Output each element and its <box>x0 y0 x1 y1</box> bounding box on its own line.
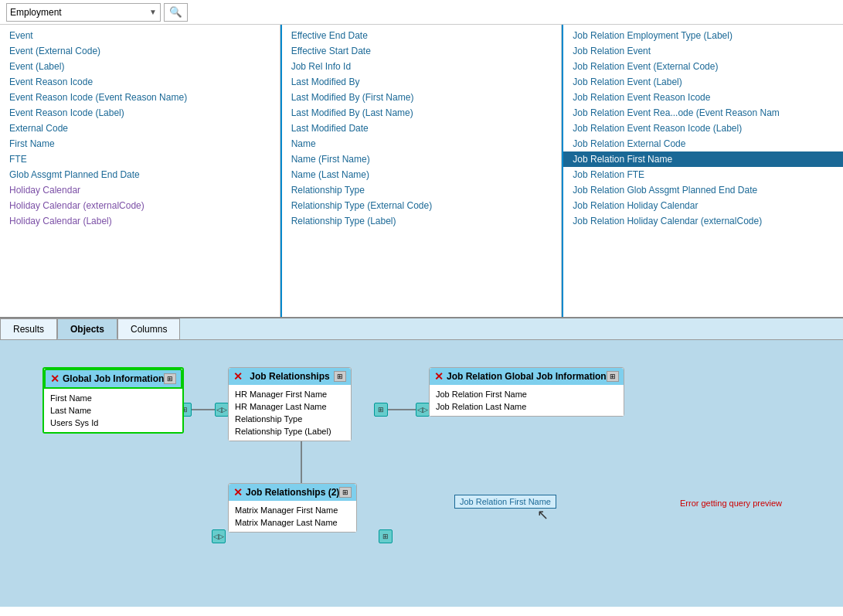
canvas-area: ⊞ ◁▷ ⊞ ◁▷ ◁▷ ⊞ Job Relation First Name E… <box>0 340 843 607</box>
entity-body: First NameLast NameUsers Sys Id <box>44 389 182 432</box>
tab-results[interactable]: Results <box>0 318 57 339</box>
entity-expand-icon[interactable]: ⊞ <box>607 371 619 382</box>
entity-body: Job Relation First NameJob Relation Last… <box>430 385 624 416</box>
right-field-item[interactable]: Job Relation Employment Type (Label) <box>563 28 843 43</box>
cursor-icon: ↖ <box>537 506 549 523</box>
left-field-item[interactable]: Holiday Calendar (externalCode) <box>0 198 280 213</box>
connector-dot-5: ◁▷ <box>212 529 226 543</box>
entity-expand-icon[interactable]: ⊞ <box>164 373 176 384</box>
left-field-item[interactable]: Holiday Calendar <box>0 182 280 198</box>
middle-field-item[interactable]: Relationship Type (Label) <box>282 213 562 229</box>
left-field-item[interactable]: FTE <box>0 151 280 167</box>
entity-title: Job Relation Global Job Information <box>447 371 607 382</box>
left-field-item[interactable]: First Name <box>0 136 280 151</box>
right-field-item[interactable]: Job Relation Event (External Code) <box>563 59 843 74</box>
entity-title: Job Relationships (2) <box>246 487 339 498</box>
entity-body: HR Manager First NameHR Manager Last Nam… <box>229 385 351 441</box>
right-field-item[interactable]: Job Relation Event Reason Icode (Label) <box>563 121 843 136</box>
field-panels: EventEvent (External Code)Event (Label)E… <box>0 25 843 318</box>
middle-field-item[interactable]: Last Modified By (Last Name) <box>282 105 562 121</box>
tab-bar: ResultsObjectsColumns <box>0 318 843 340</box>
entity-field: Matrix Manager Last Name <box>235 516 350 529</box>
middle-field-item[interactable]: Name <box>282 136 562 151</box>
search-input[interactable] <box>10 7 149 18</box>
dropdown-arrow-icon[interactable]: ▼ <box>149 8 157 16</box>
left-field-item[interactable]: Event Reason Icode <box>0 74 280 90</box>
left-field-item[interactable]: Event Reason Icode (Label) <box>0 105 280 121</box>
left-field-item[interactable]: Event <box>0 28 280 43</box>
entity-icons: ⊞ <box>164 373 176 384</box>
right-field-item[interactable]: Job Relation Glob Assgmt Planned End Dat… <box>563 182 843 198</box>
middle-field-panel: Effective End DateEffective Start DateJo… <box>280 25 563 317</box>
left-field-item[interactable]: Event Reason Icode (Event Reason Name) <box>0 90 280 105</box>
entity-body: Matrix Manager First NameMatrix Manager … <box>229 501 356 532</box>
middle-field-item[interactable]: Relationship Type <box>282 182 562 198</box>
entity-title: Job Relationships <box>250 371 329 382</box>
middle-field-item[interactable]: Effective Start Date <box>282 43 562 59</box>
search-button[interactable]: 🔍 <box>164 3 188 22</box>
entity-field: Relationship Type <box>235 413 345 425</box>
middle-field-item[interactable]: Job Rel Info Id <box>282 59 562 74</box>
entity-field: HR Manager First Name <box>235 388 345 400</box>
middle-field-item[interactable]: Name (Last Name) <box>282 167 562 182</box>
right-field-item[interactable]: Job Relation FTE <box>563 167 843 182</box>
entity-icons: ⊞ <box>607 371 619 382</box>
entity-box: ✕Global Job Information⊞First NameLast N… <box>42 367 184 434</box>
entity-close-icon[interactable]: ✕ <box>233 486 243 499</box>
bottom-section: ResultsObjectsColumns ⊞ ◁▷ ⊞ ◁▷ ◁▷ ⊞ Job… <box>0 318 843 607</box>
right-field-item[interactable]: Job Relation Holiday Calendar <box>563 198 843 213</box>
right-field-item[interactable]: Job Relation Event (Label) <box>563 74 843 90</box>
right-field-item[interactable]: Job Relation Event <box>563 43 843 59</box>
right-field-item[interactable]: Job Relation Event Rea...ode (Event Reas… <box>563 105 843 121</box>
entity-header: ✕Global Job Information⊞ <box>44 369 182 389</box>
left-field-item[interactable]: External Code <box>0 121 280 136</box>
middle-field-item[interactable]: Last Modified By <box>282 74 562 90</box>
left-field-item[interactable]: Event (External Code) <box>0 43 280 59</box>
left-field-item[interactable]: Holiday Calendar (Label) <box>0 213 280 229</box>
right-field-item[interactable]: Job Relation First Name <box>563 151 843 167</box>
left-field-item[interactable]: Event (Label) <box>0 59 280 74</box>
error-message: Error getting query preview <box>680 499 782 508</box>
entity-close-icon[interactable]: ✕ <box>434 370 444 383</box>
error-text: Error getting query preview <box>680 499 782 508</box>
middle-field-item[interactable]: Relationship Type (External Code) <box>282 198 562 213</box>
entity-expand-icon[interactable]: ⊞ <box>339 487 352 498</box>
left-field-panel: EventEvent (External Code)Event (Label)E… <box>0 25 280 317</box>
right-field-item[interactable]: Job Relation Event Reason Icode <box>563 90 843 105</box>
right-field-item[interactable]: Job Relation Holiday Calendar (externalC… <box>563 213 843 229</box>
entity-box: ✕Job Relation Global Job Information⊞Job… <box>429 367 624 417</box>
middle-field-item[interactable]: Last Modified By (First Name) <box>282 90 562 105</box>
entity-field: HR Manager Last Name <box>235 400 345 413</box>
right-field-item[interactable]: Job Relation External Code <box>563 136 843 151</box>
entity-box: ✕Job Relationships (2)⊞Matrix Manager Fi… <box>228 483 357 533</box>
left-field-item[interactable]: Glob Assgmt Planned End Date <box>0 167 280 182</box>
entity-field: Job Relation First Name <box>436 388 617 400</box>
search-icon: 🔍 <box>169 6 182 18</box>
connector-dot-4: ◁▷ <box>416 403 430 417</box>
entity-close-icon[interactable]: ✕ <box>50 373 59 385</box>
middle-field-item[interactable]: Name (First Name) <box>282 151 562 167</box>
entity-title: Global Job Information <box>63 373 164 384</box>
connector-dot-3: ⊞ <box>374 403 388 417</box>
middle-field-item[interactable]: Effective End Date <box>282 28 562 43</box>
entity-field: Users Sys Id <box>50 417 176 429</box>
entity-close-icon[interactable]: ✕ <box>233 370 243 383</box>
entity-field: First Name <box>50 392 176 404</box>
connector-dot-6: ⊞ <box>379 529 393 543</box>
entity-header: ✕Job Relationships⊞ <box>229 368 351 385</box>
connector-dot-2: ◁▷ <box>215 403 229 417</box>
tab-objects[interactable]: Objects <box>57 318 117 339</box>
search-bar: ▼ 🔍 <box>0 0 843 25</box>
entity-field: Relationship Type (Label) <box>235 425 345 437</box>
hover-label-text: Job Relation First Name <box>460 497 551 506</box>
search-dropdown[interactable]: ▼ <box>6 3 161 22</box>
right-field-panel: Job Relation Employment Type (Label)Job … <box>562 25 843 317</box>
entity-field: Last Name <box>50 404 176 417</box>
entity-expand-icon[interactable]: ⊞ <box>334 371 346 382</box>
entity-field: Job Relation Last Name <box>436 400 617 413</box>
entity-icons: ⊞ <box>339 487 352 498</box>
entity-field: Matrix Manager First Name <box>235 504 350 516</box>
middle-field-item[interactable]: Last Modified Date <box>282 121 562 136</box>
entity-header: ✕Job Relation Global Job Information⊞ <box>430 368 624 385</box>
tab-columns[interactable]: Columns <box>117 318 180 339</box>
